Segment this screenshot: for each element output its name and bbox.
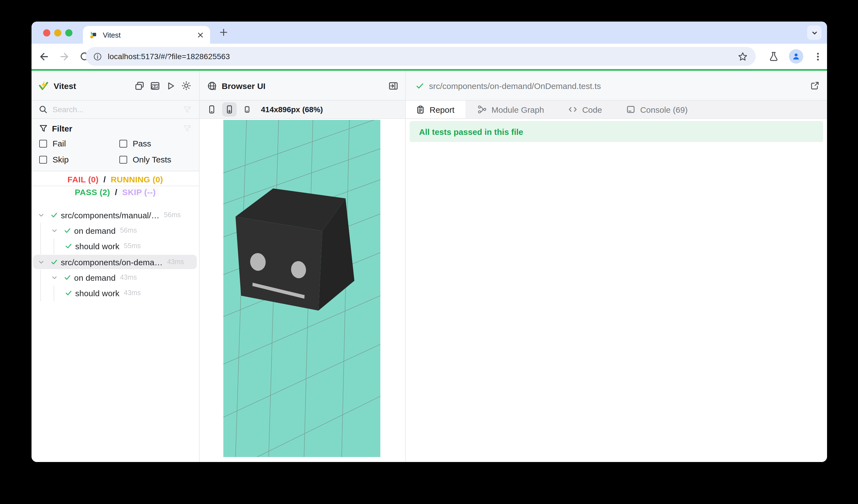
checkbox-only-tests-box[interactable] (120, 156, 127, 163)
theme-sun-icon[interactable] (181, 81, 191, 91)
chrome-labs-flask-icon[interactable] (768, 51, 779, 62)
vitest-ui-app: Vitest (32, 71, 827, 462)
checkbox-skip[interactable]: Skip (39, 155, 120, 164)
screen: Vitest (0, 0, 858, 504)
globe-icon (207, 81, 217, 91)
checkbox-skip-box[interactable] (39, 156, 47, 163)
stats-line-1: FAIL (0) / RUNNING (0) (32, 175, 199, 184)
tab-close-icon[interactable] (197, 32, 204, 38)
open-external-icon[interactable] (810, 81, 819, 90)
checkbox-pass[interactable]: Pass (120, 139, 200, 148)
run-all-play-icon[interactable] (166, 81, 175, 91)
browser-toolbar: localhost:5173/#/?file=1828625563 (32, 44, 827, 69)
browser-ui-title: Browser UI (222, 81, 265, 91)
vitest-logo-icon (38, 80, 49, 91)
dashboard-windows-icon[interactable] (135, 81, 144, 91)
chevron-down-icon[interactable] (50, 227, 59, 234)
tab-console[interactable]: Console (69) (614, 101, 700, 118)
pass-check-icon (64, 242, 73, 250)
cube-front-face (236, 217, 322, 311)
close-window-button[interactable] (43, 29, 50, 36)
tree-row-suite[interactable]: on demand 56ms (32, 223, 199, 238)
chevron-down-icon[interactable] (50, 274, 59, 281)
sidebar-header: Vitest (32, 71, 199, 101)
pass-check-icon (63, 227, 72, 234)
browser-tester-iframe[interactable] (223, 120, 380, 457)
search-input[interactable] (52, 105, 163, 114)
code-icon (568, 105, 577, 114)
pass-check-icon (64, 289, 73, 297)
stats-divider (32, 186, 199, 186)
menu-kebab-icon[interactable] (813, 52, 823, 61)
checkbox-fail[interactable]: Fail (39, 139, 120, 148)
panel-divider[interactable] (405, 71, 406, 462)
clipboard-icon (416, 105, 425, 114)
filter-funnel-icon (39, 124, 48, 133)
report-layout-icon[interactable] (150, 81, 160, 91)
device-toolbar: 414x896px (68%) (199, 101, 405, 119)
tree-row-file-on-demand-selected[interactable]: src/components/on-dema… 43ms (32, 254, 199, 270)
tab-search-chevron-button[interactable] (807, 26, 822, 40)
pass-check-icon (63, 274, 72, 281)
profile-avatar[interactable] (789, 49, 803, 64)
tab-title: Vitest (103, 31, 121, 39)
chevron-down-icon[interactable] (36, 211, 45, 218)
all-tests-passed-banner: All tests passed in this file (410, 121, 823, 142)
filter-panel: Filter Fail Pass (32, 119, 199, 171)
address-bar[interactable]: localhost:5173/#/?file=1828625563 (86, 47, 756, 66)
checkbox-pass-box[interactable] (120, 140, 127, 147)
sidebar-search-row (32, 101, 199, 119)
pass-check-icon (50, 211, 59, 219)
tree-row-test[interactable]: should work 55ms (32, 238, 199, 254)
tree-row-file-manual[interactable]: src/components/manual/… 56ms (32, 207, 199, 223)
search-icon (39, 105, 48, 114)
minimize-window-button[interactable] (54, 29, 61, 36)
sidebar-divider[interactable] (199, 71, 200, 462)
bookmark-star-icon[interactable] (737, 51, 748, 62)
clear-filter-icon[interactable] (183, 124, 191, 133)
device-phone-plus-icon[interactable] (222, 102, 237, 117)
browser-tab-strip: Vitest (32, 21, 827, 44)
site-info-icon[interactable] (93, 52, 102, 61)
sidebar-title: Vitest (54, 81, 76, 91)
browser-tab[interactable]: Vitest (83, 26, 210, 44)
filter-title: Filter (52, 124, 72, 133)
checkbox-fail-box[interactable] (39, 140, 47, 147)
checkbox-only-tests[interactable]: Only Tests (120, 155, 200, 164)
device-phone-icon[interactable] (205, 102, 219, 117)
tree-row-test[interactable]: should work 43ms (32, 285, 199, 300)
url-text: localhost:5173/#/?file=1828625563 (108, 52, 230, 61)
maximize-window-button[interactable] (65, 29, 73, 36)
report-tabs: Report Module Graph Code (405, 101, 827, 119)
tree-row-suite[interactable]: on demand 43ms (32, 270, 199, 285)
report-header: src/components/on-demand/OnDemand.test.t… (405, 71, 827, 101)
device-tablet-icon[interactable] (240, 102, 254, 117)
chevron-down-icon[interactable] (36, 258, 45, 265)
new-tab-button[interactable] (218, 27, 229, 37)
console-icon (626, 105, 635, 114)
module-graph-icon (478, 105, 487, 114)
tab-report[interactable]: Report (405, 101, 465, 118)
stats-line-2: PASS (2) / SKIP (--) (32, 188, 199, 197)
clear-search-filter-icon[interactable] (183, 105, 191, 114)
test-file-path: src/components/on-demand/OnDemand.test.t… (429, 81, 601, 91)
file-pass-check-icon (416, 82, 424, 90)
pass-check-icon (50, 258, 59, 266)
browser-ui-header: Browser UI (199, 71, 405, 101)
viewport-size-label: 414x896px (68%) (261, 105, 323, 114)
vitest-favicon (89, 31, 97, 39)
tab-module-graph[interactable]: Module Graph (465, 101, 556, 118)
back-icon[interactable] (38, 51, 50, 62)
forward-icon[interactable] (59, 51, 70, 62)
panel-right-dock-icon[interactable] (388, 81, 398, 91)
browser-window: Vitest (32, 21, 827, 462)
tab-code[interactable]: Code (556, 101, 614, 118)
